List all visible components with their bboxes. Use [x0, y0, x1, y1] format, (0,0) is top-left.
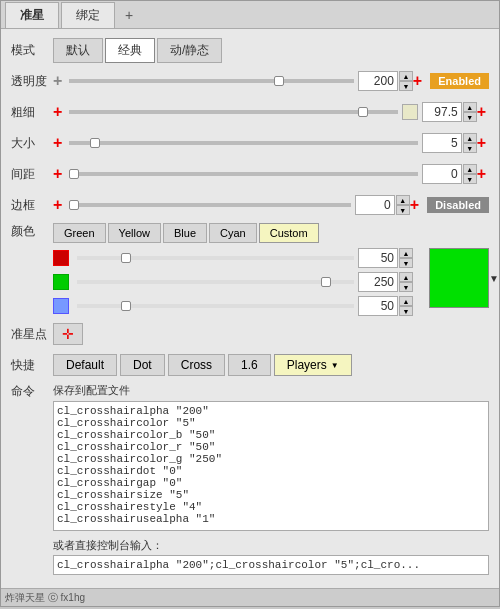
- shortcut-btn-players[interactable]: Players ▼: [274, 354, 352, 376]
- size-plus[interactable]: +: [477, 135, 486, 151]
- mode-btn-default[interactable]: 默认: [53, 38, 103, 63]
- size-thumb[interactable]: [90, 138, 100, 148]
- shortcut-btn-cross[interactable]: Cross: [168, 354, 225, 376]
- color-btn-custom[interactable]: Custom: [259, 223, 319, 243]
- mode-button-group: 默认 经典 动/静态: [53, 38, 222, 63]
- transparency-thumb[interactable]: [274, 76, 284, 86]
- gap-label: 间距: [11, 166, 53, 183]
- color-red-thumb[interactable]: [121, 253, 131, 263]
- color-red-indicator: [53, 250, 69, 266]
- thickness-spin: ▲ ▼: [463, 102, 477, 122]
- color-btn-green[interactable]: Green: [53, 223, 106, 243]
- border-spin-down[interactable]: ▼: [396, 205, 410, 215]
- color-green-thumb[interactable]: [321, 277, 331, 287]
- watermark: 炸弹天星 ⓒ fx1hg: [5, 591, 85, 605]
- color-red-spin-up[interactable]: ▲: [399, 248, 413, 258]
- gap-value[interactable]: [422, 164, 462, 184]
- shortcut-btn-default[interactable]: Default: [53, 354, 117, 376]
- color-blue-track[interactable]: [77, 304, 354, 308]
- color-red-row: ▲ ▼: [53, 248, 413, 268]
- color-green-value[interactable]: [358, 272, 398, 292]
- transparency-plus[interactable]: +: [413, 73, 422, 89]
- color-blue-spin-down[interactable]: ▼: [399, 306, 413, 316]
- transparency-minus[interactable]: +: [53, 73, 62, 89]
- transparency-spin-down[interactable]: ▼: [399, 81, 413, 91]
- tab-binding[interactable]: 绑定: [61, 2, 115, 28]
- thickness-thumb[interactable]: [358, 107, 368, 117]
- size-spin-up[interactable]: ▲: [463, 133, 477, 143]
- border-plus[interactable]: +: [410, 197, 419, 213]
- color-row: 颜色 Green Yellow Blue Cyan Custom: [11, 223, 489, 316]
- border-minus[interactable]: +: [53, 197, 62, 213]
- mode-btn-classic[interactable]: 经典: [105, 38, 155, 63]
- tab-crosshair[interactable]: 准星: [5, 2, 59, 28]
- transparency-row: 透明度 + ▲ ▼ + Enabled: [11, 68, 489, 94]
- border-row: 边框 + ▲ ▼ + Disabled: [11, 192, 489, 218]
- transparency-slider-container: + ▲ ▼ + Enabled: [53, 71, 489, 91]
- tab-add[interactable]: +: [117, 3, 141, 27]
- thickness-plus[interactable]: +: [477, 104, 486, 120]
- color-green-spin-up[interactable]: ▲: [399, 272, 413, 282]
- color-red-spin-down[interactable]: ▼: [399, 258, 413, 268]
- size-value[interactable]: [422, 133, 462, 153]
- size-track[interactable]: [69, 141, 417, 145]
- command-section: 保存到配置文件 cl_crosshairalpha "200" cl_cross…: [53, 383, 489, 575]
- shortcut-btn-dot[interactable]: Dot: [120, 354, 165, 376]
- color-preview-wrapper: ▼: [421, 248, 489, 308]
- color-blue-thumb[interactable]: [121, 301, 131, 311]
- thickness-minus[interactable]: +: [53, 104, 62, 120]
- size-minus[interactable]: +: [53, 135, 62, 151]
- direct-input[interactable]: [53, 555, 489, 575]
- color-green-row: ▲ ▼: [53, 272, 413, 292]
- color-blue-spin-up[interactable]: ▲: [399, 296, 413, 306]
- color-preview-arrow-icon[interactable]: ▼: [489, 273, 499, 284]
- border-slider-container: + ▲ ▼ + Disabled: [53, 195, 489, 215]
- color-blue-indicator: [53, 298, 69, 314]
- color-section: Green Yellow Blue Cyan Custom: [53, 223, 489, 316]
- border-track[interactable]: [69, 203, 350, 207]
- gap-minus[interactable]: +: [53, 166, 62, 182]
- thickness-slider-container: + ▲ ▼ +: [53, 102, 489, 122]
- color-red-spin: ▲ ▼: [399, 248, 413, 268]
- color-red-value[interactable]: [358, 248, 398, 268]
- gap-slider-container: + ▲ ▼ +: [53, 164, 489, 184]
- color-preview[interactable]: [429, 248, 489, 308]
- gap-spin-down[interactable]: ▼: [463, 174, 477, 184]
- command-textarea[interactable]: cl_crosshairalpha "200" cl_crosshaircolo…: [53, 401, 489, 531]
- color-green-track[interactable]: [77, 280, 354, 284]
- main-window: 准星 绑定 + 模式 默认 经典 动/静态 透明度 + ▲: [0, 0, 500, 607]
- crosshair-point-button[interactable]: ✛: [53, 323, 83, 345]
- transparency-spin-up[interactable]: ▲: [399, 71, 413, 81]
- transparency-value[interactable]: [358, 71, 398, 91]
- mode-btn-dynamic[interactable]: 动/静态: [157, 38, 222, 63]
- border-thumb[interactable]: [69, 200, 79, 210]
- transparency-enabled-badge[interactable]: Enabled: [430, 73, 489, 89]
- bottom-bar: 炸弹天星 ⓒ fx1hg: [1, 588, 499, 606]
- direct-label: 或者直接控制台输入：: [53, 538, 489, 553]
- gap-plus[interactable]: +: [477, 166, 486, 182]
- thickness-track[interactable]: [69, 110, 397, 114]
- transparency-track[interactable]: [69, 79, 354, 83]
- color-btn-blue[interactable]: Blue: [163, 223, 207, 243]
- size-spin-down[interactable]: ▼: [463, 143, 477, 153]
- color-blue-row: ▲ ▼: [53, 296, 413, 316]
- color-blue-value[interactable]: [358, 296, 398, 316]
- gap-thumb[interactable]: [69, 169, 79, 179]
- color-btn-cyan[interactable]: Cyan: [209, 223, 257, 243]
- color-label: 颜色: [11, 223, 53, 240]
- gap-track[interactable]: [69, 172, 417, 176]
- border-disabled-badge[interactable]: Disabled: [427, 197, 489, 213]
- border-value[interactable]: [355, 195, 395, 215]
- color-green-spin: ▲ ▼: [399, 272, 413, 292]
- color-red-track[interactable]: [77, 256, 354, 260]
- border-spin-up[interactable]: ▲: [396, 195, 410, 205]
- thickness-spin-up[interactable]: ▲: [463, 102, 477, 112]
- shortcut-btn-16[interactable]: 1.6: [228, 354, 271, 376]
- thickness-spin-down[interactable]: ▼: [463, 112, 477, 122]
- thickness-label: 粗细: [11, 104, 53, 121]
- border-label: 边框: [11, 197, 53, 214]
- color-btn-yellow[interactable]: Yellow: [108, 223, 161, 243]
- color-green-spin-down[interactable]: ▼: [399, 282, 413, 292]
- gap-spin-up[interactable]: ▲: [463, 164, 477, 174]
- thickness-value[interactable]: [422, 102, 462, 122]
